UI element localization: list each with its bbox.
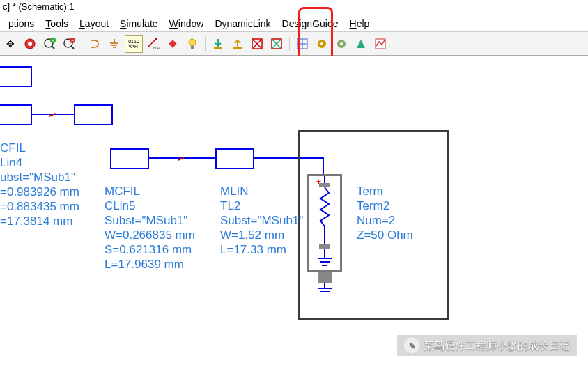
schematic-canvas[interactable]: + CFIL Lin4 ubst="MSub1" =0.983926 mm =0… xyxy=(0,56,588,367)
svg-rect-38 xyxy=(319,183,330,187)
sim-down-icon[interactable] xyxy=(209,35,227,53)
label-term2[interactable]: Term Term2 Num=2 Z=50 Ohm xyxy=(357,184,413,242)
label-clin4[interactable]: CFIL Lin4 ubst="MSub1" =0.983926 mm =0.8… xyxy=(0,141,79,228)
zoom-out-icon[interactable]: − xyxy=(60,35,78,53)
component-rect-lin4b[interactable] xyxy=(74,104,113,125)
menu-simulate[interactable]: Simulate xyxy=(114,17,163,31)
move-icon[interactable]: ✥ xyxy=(1,35,20,53)
name-icon[interactable]: NAME xyxy=(144,35,162,53)
watermark-text: 菜鸟硬件工程师小廖的成长日记 xyxy=(424,339,570,352)
component-rect-clin5a[interactable] xyxy=(110,148,149,169)
svg-rect-21 xyxy=(233,47,242,49)
chart-icon[interactable] xyxy=(371,35,389,53)
svg-point-1 xyxy=(28,42,32,46)
label-tl2[interactable]: MLIN TL2 Subst="MSub1" W=1.52 mm L=17.33… xyxy=(220,184,303,257)
toolbar-separator xyxy=(82,37,82,51)
var-icon[interactable]: 0110VAR xyxy=(125,35,143,53)
component-rect-clin5b[interactable] xyxy=(215,148,254,169)
menu-bar: ptions Tools Layout Simulate Window Dyna… xyxy=(0,15,588,32)
zoom-in-icon[interactable]: + xyxy=(40,35,59,53)
svg-rect-20 xyxy=(214,47,222,49)
svg-text:NAME: NAME xyxy=(153,46,160,50)
watermark: ✎ 菜鸟硬件工程师小廖的成长日记 xyxy=(397,335,577,356)
sim-up-icon[interactable] xyxy=(229,35,247,53)
svg-rect-45 xyxy=(318,272,332,283)
bulb-icon[interactable] xyxy=(183,35,201,53)
svg-text:+: + xyxy=(52,38,54,43)
ground-icon[interactable] xyxy=(105,35,123,53)
toolbar: ✥ + − 0110VAR NAME xyxy=(0,32,588,56)
gate-icon[interactable] xyxy=(86,35,104,53)
svg-line-7 xyxy=(71,46,74,49)
menu-layout[interactable]: Layout xyxy=(74,17,114,31)
title-bar: c] * (Schematic):1 xyxy=(0,0,588,15)
svg-line-3 xyxy=(52,46,54,49)
globe-icon[interactable] xyxy=(21,35,39,53)
menu-help[interactable]: Help xyxy=(344,17,376,31)
svg-rect-40 xyxy=(319,244,330,249)
deactivate-open-icon[interactable] xyxy=(268,35,286,53)
toolbar-separator xyxy=(205,37,206,51)
svg-rect-17 xyxy=(169,40,176,47)
tri-up-icon[interactable] xyxy=(352,35,370,53)
svg-rect-19 xyxy=(191,46,194,49)
window-title: c] * (Schematic):1 xyxy=(3,1,75,12)
svg-text:−: − xyxy=(71,38,74,43)
menu-options[interactable]: ptions xyxy=(3,17,40,31)
diamond-icon[interactable] xyxy=(164,35,182,53)
gear2-icon[interactable] xyxy=(332,35,350,53)
component-rect-lin4a[interactable] xyxy=(0,104,32,125)
term-component[interactable]: + xyxy=(307,174,342,272)
svg-point-34 xyxy=(340,42,343,45)
component-rect[interactable] xyxy=(0,66,32,87)
svg-point-15 xyxy=(155,38,157,40)
deactivate-short-icon[interactable] xyxy=(248,35,266,53)
menu-window[interactable]: Window xyxy=(164,17,210,31)
svg-point-18 xyxy=(189,39,196,46)
menu-dynamiclink[interactable]: DynamicLink xyxy=(209,17,276,31)
label-clin5[interactable]: MCFIL CLin5 Subst="MSub1" W=0.266835 mm … xyxy=(105,184,195,272)
toolbar-separator xyxy=(289,37,290,51)
menu-tools[interactable]: Tools xyxy=(40,17,74,31)
watermark-icon: ✎ xyxy=(404,338,419,353)
